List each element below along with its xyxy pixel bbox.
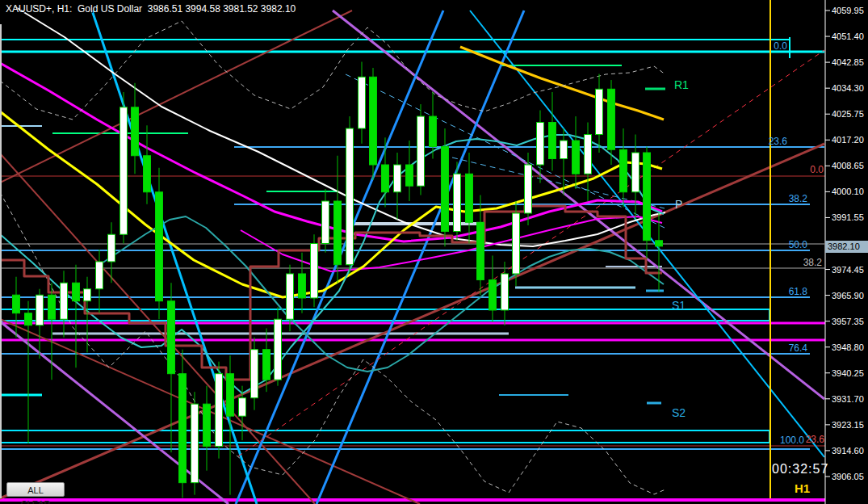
timeframe-badge: H1 bbox=[795, 481, 810, 495]
fib-label-1000: 100.0 bbox=[780, 435, 804, 446]
axis-tick-label: 3965.90 bbox=[832, 291, 864, 300]
pivot-label-s1: S1 bbox=[672, 299, 686, 312]
axis-tick-label: 4034.30 bbox=[832, 83, 864, 93]
axis-tick-label: 3948.80 bbox=[832, 342, 864, 352]
axis-tick-label: 4059.95 bbox=[832, 6, 864, 15]
axis-tick-label: 3940.25 bbox=[832, 368, 864, 378]
fib-label-618: 61.8 bbox=[789, 286, 808, 297]
all-clear-button[interactable]: ALL CLEAR bbox=[6, 482, 65, 497]
fib-label-236: 23.6 bbox=[769, 136, 788, 147]
axis-tick-label: 3991.55 bbox=[832, 212, 864, 222]
fib-label-500: 50.0 bbox=[789, 239, 808, 250]
axis-tick-label: 3931.70 bbox=[832, 394, 864, 404]
price-chart-canvas[interactable]: 4059.954051.404042.854034.304025.754017.… bbox=[0, 0, 868, 504]
axis-tick-label: 3957.35 bbox=[832, 317, 864, 326]
candle-countdown-timer: 00:32:57 bbox=[772, 462, 828, 477]
red-fib-label-00: 0.0 bbox=[810, 164, 824, 175]
mt-chart-window: XAUUSD+, H1: Gold US Dollar 3986.51 3994… bbox=[0, 0, 868, 504]
axis-tick-label: 4025.75 bbox=[832, 109, 864, 119]
current-price-badge: 3982.10 bbox=[825, 241, 868, 253]
axis-tick-label: 3974.45 bbox=[832, 265, 864, 275]
chart-background bbox=[0, 0, 868, 504]
chart-title-ohlc: XAUUSD+, H1: Gold US Dollar 3986.51 3994… bbox=[6, 3, 296, 15]
axis-tick-label: 3923.15 bbox=[832, 420, 864, 430]
axis-tick-label: 4051.40 bbox=[832, 32, 864, 41]
pivot-label-s2: S2 bbox=[672, 406, 686, 419]
fib-label-382: 38.2 bbox=[789, 193, 808, 204]
pivot-label-r1: R1 bbox=[674, 78, 689, 91]
axis-tick-label: 4017.20 bbox=[832, 135, 864, 145]
axis-tick-label: 3914.60 bbox=[832, 446, 864, 456]
axis-tick-label: 4000.10 bbox=[832, 187, 864, 196]
axis-tick-label: 3906.05 bbox=[832, 472, 864, 481]
red-fib-label-236: 23.6 bbox=[806, 434, 825, 445]
axis-tick-label: 4008.65 bbox=[832, 161, 864, 170]
pivot-label-p: P bbox=[675, 198, 682, 211]
fib-label-00: 0.0 bbox=[774, 40, 787, 52]
gray-label-382: 38.2 bbox=[803, 257, 823, 268]
axis-tick-label: 4042.85 bbox=[832, 57, 864, 67]
fib-label-764: 76.4 bbox=[789, 342, 808, 354]
